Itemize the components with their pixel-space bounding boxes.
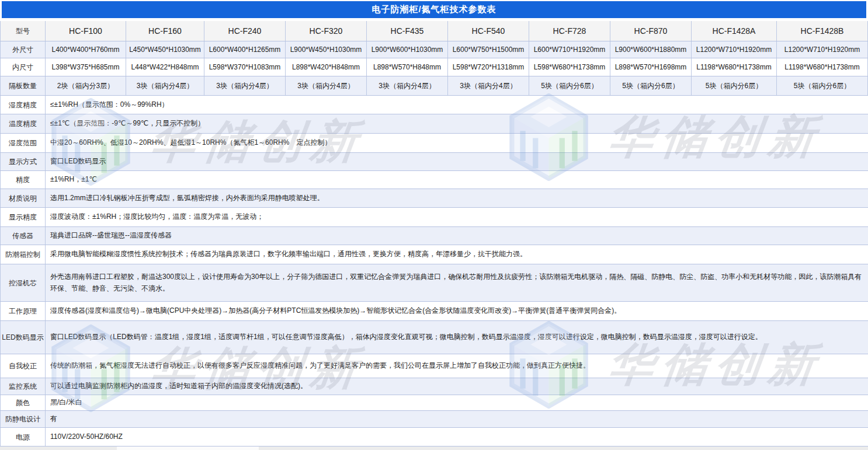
spec-row-inner-size: 内尺寸 L398*W375*H685mm L448*W422*H848mm L5…: [0, 58, 868, 76]
spec-value: ±1%RH，±1℃: [46, 171, 868, 189]
spec-row-humidity-range: 湿度范围 中湿20～60RH%、低湿10～20RH%、超低湿1～10RH%（氮气…: [0, 134, 868, 153]
row-label-mechanism: 控湿机芯: [0, 264, 46, 301]
spec-value: 传统的防潮箱，氮气柜湿度无法进行自动校正，以便有很多客户反应湿度精准问题，为了更…: [46, 354, 868, 378]
spec-value: 采用微电脑智能模糊湿度惯性系统控制技术；传感器为瑞典原装进口，数字化频率输出端口…: [46, 245, 868, 264]
spec-value: 外壳选用南韩进口工程塑胶，耐温达300度以上，设计使用寿命为30年以上，分子筛为…: [46, 264, 868, 301]
spec-cell: L1198*W680*H1738mm: [777, 58, 868, 76]
model-name: HC-F1428A: [692, 21, 777, 41]
spec-value: 黑/白/米白: [46, 395, 868, 410]
row-label-inner-size: 内尺寸: [0, 58, 46, 76]
row-label-model: 型号: [0, 21, 46, 41]
spec-cell: 3块（箱内分4层）: [126, 76, 204, 95]
spec-value: 瑞典进口品牌--盛世瑞恩--温湿度传感器: [46, 227, 868, 245]
spec-value: 中湿20～60RH%、低湿10～20RH%、超低湿1～10RH%（氮气柜1～60…: [46, 134, 868, 152]
spec-cell: 5块（箱内分6层）: [610, 76, 692, 95]
spec-row-accuracy: 精度 ±1%RH，±1℃: [0, 171, 868, 189]
row-label-led-display: LED数码显示: [0, 321, 46, 354]
spec-value: 窗口LED数码显示: [46, 153, 868, 170]
row-label-shelf-count: 隔板数量: [0, 76, 46, 95]
spec-row-monitoring: 监控系统 可以通过电脑监测防潮柜内的温湿度，适时知道箱子内部的温湿度变化情况(选…: [0, 378, 868, 395]
spec-sheet: 电子防潮柜/氮气柜技术参数表 型号 HC-F100 HC-F160 HC-F24…: [0, 0, 868, 450]
spec-value: 有: [46, 411, 868, 427]
spec-value: 湿度波动度：±1%RH；湿度比较均匀，温度：温度为常温，无波动；: [46, 208, 868, 226]
spec-cell: L898*W570*H848mm: [367, 58, 448, 76]
spec-cell: 3块（箱内分4层）: [204, 76, 286, 95]
spec-cell: L598*W370*H1083mm: [204, 58, 286, 76]
spec-cell: L600*W750*H1500mm: [448, 41, 529, 58]
spec-value: 可以通过电脑监测防潮柜内的温湿度，适时知道箱子内部的温湿度变化情况(选配)。: [46, 378, 868, 395]
model-name: HC-F100: [46, 21, 126, 41]
spec-value: 选用1.2mm进口冷轧钢板冲压折弯成型，氩弧精密焊接，内外表面均采用静电喷塑处理…: [46, 189, 868, 207]
spec-row-display-mode: 显示方式 窗口LED数码显示: [0, 153, 868, 171]
row-label-humidity-range: 湿度范围: [0, 134, 46, 152]
spec-row-material: 材质说明 选用1.2mm进口冷轧钢板冲压折弯成型，氩弧精密焊接，内外表面均采用静…: [0, 189, 868, 208]
spec-row-outer-size: 外尺寸 L400*W400*H760mm L450*W450*H1030mm L…: [0, 41, 868, 58]
spec-cell: 5块（箱内分6层）: [529, 76, 610, 95]
spec-row-display-accuracy: 显示精度 湿度波动度：±1%RH；湿度比较均匀，温度：温度为常温，无波动；: [0, 208, 868, 227]
spec-value: ≤±1℃（显示范围：-9℃～99℃，只显示不控制）: [46, 114, 868, 133]
model-name: HC-F870: [610, 21, 692, 41]
spec-row-led-display: LED数码显示 窗口LED数码显示（LED数码管：温度1组，湿度1组，适度调节杆…: [0, 321, 868, 354]
spec-row-principle: 工作原理 湿度传感器(湿度和温度信号)→微电脑(CPU中央处理器)→加热器(高分…: [0, 302, 868, 321]
model-name: HC-F540: [448, 21, 529, 41]
spec-row-mechanism: 控湿机芯 外壳选用南韩进口工程塑胶，耐温达300度以上，设计使用寿命为30年以上…: [0, 264, 868, 302]
row-label-color: 颜色: [0, 395, 46, 410]
row-label-antistatic: 防静电设计: [0, 411, 46, 427]
model-name: HC-F435: [367, 21, 448, 41]
row-label-display-mode: 显示方式: [0, 153, 46, 170]
model-name: HC-F320: [286, 21, 367, 41]
spec-cell: L1200*W710*H1920mm: [777, 41, 868, 58]
row-label-humidity-accuracy: 湿度精度: [0, 96, 46, 114]
row-label-outer-size: 外尺寸: [0, 41, 46, 58]
spec-cell: L448*W422*H848mm: [126, 58, 204, 76]
spec-cell: L600*W400*H1265mm: [204, 41, 286, 58]
row-label-temp-accuracy: 温度精度: [0, 114, 46, 133]
spec-value: ≤±1%RH（显示范围：0%～99%RH）: [46, 96, 868, 114]
spec-cell: L398*W375*H685mm: [46, 58, 126, 76]
row-label-self-calibration: 自我校正: [0, 354, 46, 378]
spec-cell: 3块（箱内分4层）: [367, 76, 448, 95]
row-label-power: 电源: [0, 428, 46, 446]
page-title-bar: 电子防潮柜/氮气柜技术参数表: [2, 1, 866, 18]
page-title: 电子防潮柜/氮气柜技术参数表: [371, 4, 496, 15]
spec-row-sensor: 传感器 瑞典进口品牌--盛世瑞恩--温湿度传感器: [0, 227, 868, 245]
spec-cell: L450*W450*H1030mm: [126, 41, 204, 58]
spec-cell: L598*W720*H1318mm: [448, 58, 529, 76]
row-label-display-accuracy: 显示精度: [0, 208, 46, 226]
spec-cell: L900*W450*H1030mm: [286, 41, 367, 58]
model-name: HC-F728: [529, 21, 610, 41]
spec-cell: L400*W400*H760mm: [46, 41, 126, 58]
spec-row-control: 防潮箱控制 采用微电脑智能模糊湿度惯性系统控制技术；传感器为瑞典原装进口，数字化…: [0, 245, 868, 264]
row-label-material: 材质说明: [0, 189, 46, 207]
spec-cell: L600*W710*H1920mm: [529, 41, 610, 58]
spec-cell: 3块（箱内分4层）: [448, 76, 529, 95]
row-label-principle: 工作原理: [0, 302, 46, 320]
spec-row-self-calibration: 自我校正 传统的防潮箱，氮气柜湿度无法进行自动校正，以便有很多客户反应湿度精准问…: [0, 354, 868, 378]
row-label-accuracy: 精度: [0, 171, 46, 189]
model-header-row: 型号 HC-F100 HC-F160 HC-F240 HC-F320 HC-F4…: [0, 21, 868, 41]
spec-row-power: 电源 110V/220V-50HZ/60HZ: [0, 428, 868, 446]
row-label-control: 防潮箱控制: [0, 245, 46, 264]
spec-value: 窗口LED数码显示（LED数码管：温度1组，湿度1组，适度调节杆1组，可以任意调…: [46, 321, 868, 354]
spec-value: 湿度传感器(湿度和温度信号)→微电脑(CPU中央处理器)→加热器(高分子材料PT…: [46, 302, 868, 320]
model-name: HC-F160: [126, 21, 204, 41]
spec-cell: L898*W420*H848mm: [286, 58, 367, 76]
spec-cell: L900*W600*H1030mm: [367, 41, 448, 58]
spec-value: 110V/220V-50HZ/60HZ: [46, 428, 868, 446]
model-name: HC-F240: [204, 21, 286, 41]
spec-cell: 3块（箱内分4层）: [286, 76, 367, 95]
spec-row-temp-accuracy: 温度精度 ≤±1℃（显示范围：-9℃～99℃，只显示不控制）: [0, 114, 868, 134]
spec-row-color: 颜色 黑/白/米白: [0, 395, 868, 411]
row-label-sensor: 传感器: [0, 227, 46, 245]
spec-row-humidity-accuracy: 湿度精度 ≤±1%RH（显示范围：0%～99%RH）: [0, 96, 868, 114]
spec-cell: L598*W680*H1738mm: [529, 58, 610, 76]
spec-cell: L1200*W710*H1920mm: [692, 41, 777, 58]
spec-row-antistatic: 防静电设计 有: [0, 411, 868, 428]
row-label-monitoring: 监控系统: [0, 378, 46, 395]
spec-cell: L1198*W680*H1738mm: [692, 58, 777, 76]
spec-cell: L900*W600*H1880mm: [610, 41, 692, 58]
bottom-strip: [0, 446, 868, 450]
spec-cell: 5块（箱内分6层）: [692, 76, 777, 95]
spec-cell: 2块（箱内分3层）: [46, 76, 126, 95]
spec-cell: 5块（箱内分6层）: [777, 76, 868, 95]
